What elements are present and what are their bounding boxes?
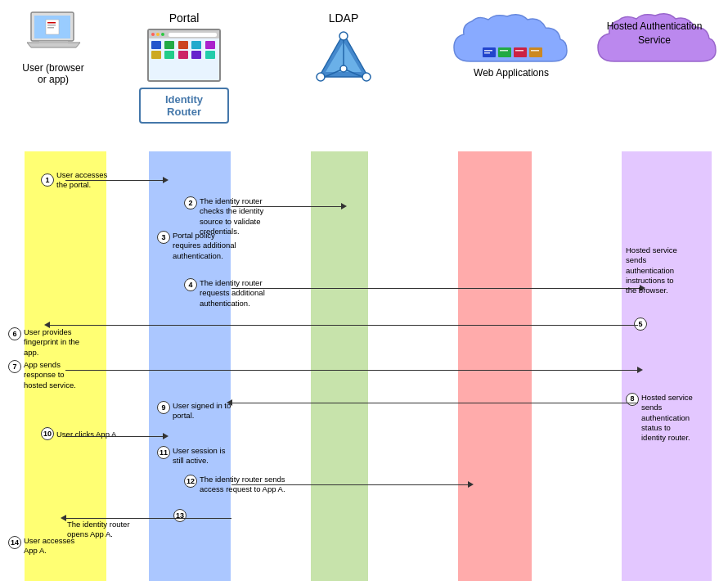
ldap-lane <box>311 151 368 581</box>
svg-rect-17 <box>498 47 511 57</box>
step4-label: The identity routerrequests additionalau… <box>200 278 265 309</box>
svg-rect-24 <box>531 50 539 52</box>
svg-rect-23 <box>515 50 524 52</box>
svg-rect-19 <box>529 47 542 57</box>
actor-hosted: Hosted Authentication Service <box>589 8 724 47</box>
svg-point-10 <box>362 73 371 81</box>
svg-rect-4 <box>47 25 56 26</box>
arrow7 <box>65 370 638 371</box>
arrow2 <box>231 206 342 207</box>
step6-num: 6 <box>8 327 21 340</box>
step14-label: User accessesApp A. <box>24 536 74 556</box>
arrow4 <box>231 288 640 289</box>
svg-rect-22 <box>500 50 508 52</box>
step13-label: The identity routeropens App A. <box>67 520 130 540</box>
portal-title: Portal <box>139 11 229 25</box>
svg-point-15 <box>340 65 347 72</box>
step8-container: 8 Hosted servicesendsauthenticationstatu… <box>626 393 716 444</box>
step2-num: 2 <box>184 196 197 209</box>
portal-mockup <box>147 29 221 82</box>
step9-num: 9 <box>157 401 170 414</box>
step10-num: 10 <box>41 427 54 440</box>
step8-num: 8 <box>626 393 639 406</box>
step13-num: 13 <box>173 509 186 522</box>
actor-ldap: LDAP <box>311 8 376 84</box>
svg-rect-21 <box>484 52 490 54</box>
ldap-label: LDAP <box>311 11 376 25</box>
identity-router-box: Identity Router <box>139 88 229 124</box>
step7-label: App sendsresponse tohosted service. <box>24 360 76 390</box>
step9-label: User signed in toportal. <box>173 401 231 421</box>
actor-user: User (browser or app) <box>8 8 98 85</box>
step8-label: Hosted servicesendsauthenticationstatus … <box>641 393 693 444</box>
step13-container: 13 <box>173 509 186 522</box>
step9-container: 9 User signed in toportal. <box>157 401 231 421</box>
svg-point-11 <box>317 73 325 81</box>
actor-webapps: Web Applications <box>442 8 581 79</box>
arrow10 <box>65 436 164 437</box>
actor-portal: Portal Identity Router <box>139 8 229 124</box>
arrow12 <box>231 484 469 485</box>
svg-rect-18 <box>514 47 527 57</box>
step6-label: User providesfingerprint in theapp. <box>24 327 79 358</box>
step5-container: 5 <box>634 318 647 331</box>
step7-num: 7 <box>8 360 21 373</box>
ldap-icon <box>315 29 372 83</box>
svg-rect-6 <box>39 41 68 43</box>
step10-container: 10 User clicks App A. <box>41 427 119 440</box>
step7-container: 7 App sendsresponse tohosted service. <box>8 360 76 390</box>
step3-label: Portal policyrequires additionalauthenti… <box>173 231 236 261</box>
svg-rect-20 <box>484 50 492 52</box>
webapps-cloud-icon <box>446 8 577 74</box>
hosted-step4-text: Hosted servicesendsauthenticationinstruc… <box>626 245 716 296</box>
arrow1 <box>65 180 164 181</box>
step3-num: 3 <box>157 231 170 244</box>
step4-num: 4 <box>184 278 197 291</box>
hosted-lane <box>622 151 712 581</box>
step12-num: 12 <box>184 475 197 488</box>
step3-container: 3 Portal policyrequires additionalauthen… <box>157 231 236 261</box>
user-label: User (browser or app) <box>8 62 98 85</box>
svg-rect-5 <box>47 27 54 29</box>
laptop-icon <box>23 8 84 59</box>
svg-rect-3 <box>47 22 56 24</box>
arrow13 <box>65 518 231 519</box>
step1-num: 1 <box>41 173 54 187</box>
webapps-lane <box>458 151 532 581</box>
hosted-label: Hosted Authentication Service <box>589 20 720 47</box>
step5-num: 5 <box>634 318 647 331</box>
arrow8 <box>231 403 638 403</box>
step11-label: User session isstill active. <box>173 446 225 466</box>
svg-point-9 <box>339 32 348 40</box>
step11-num: 11 <box>157 446 170 459</box>
step6-container: 6 User providesfingerprint in theapp. <box>8 327 79 358</box>
step14-container: 14 User accessesApp A. <box>8 536 74 556</box>
step14-num: 14 <box>8 536 21 549</box>
diagram-container: User (browser or app) Portal <box>0 0 728 581</box>
step11-container: 11 User session isstill active. <box>157 446 225 466</box>
step4-container: 4 The identity routerrequests additional… <box>184 278 265 309</box>
arrow5 <box>49 325 638 326</box>
